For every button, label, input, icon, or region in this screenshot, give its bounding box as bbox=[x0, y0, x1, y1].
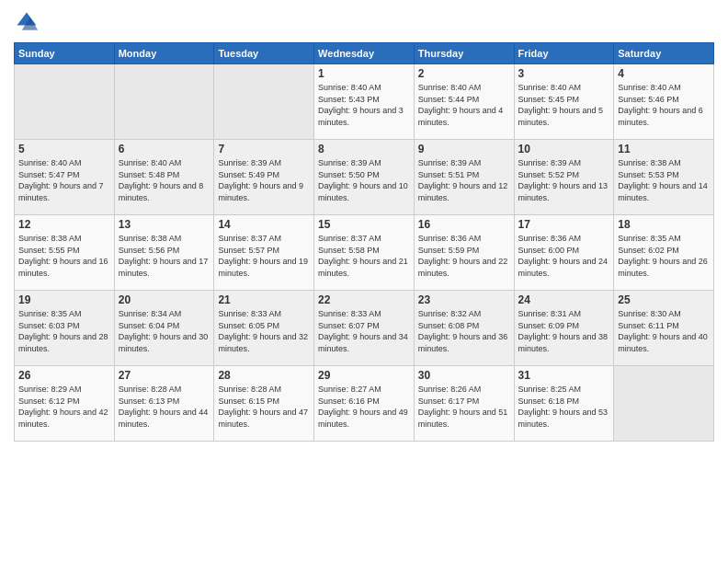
day-info: Sunset: 6:12 PM bbox=[18, 396, 110, 408]
day-info: Sunrise: 8:25 AM bbox=[518, 384, 610, 396]
day-info: Daylight: 9 hours and 17 minutes. bbox=[119, 256, 210, 279]
day-info: Sunset: 5:57 PM bbox=[218, 245, 310, 257]
column-header-thursday: Thursday bbox=[414, 43, 514, 64]
day-info: Sunset: 6:02 PM bbox=[618, 245, 710, 257]
day-info: Sunrise: 8:36 AM bbox=[418, 233, 510, 245]
day-number: 23 bbox=[418, 293, 510, 306]
calendar-body: 1Sunrise: 8:40 AMSunset: 5:43 PMDaylight… bbox=[15, 64, 714, 442]
day-info: Sunset: 6:00 PM bbox=[518, 245, 610, 257]
day-info: Sunset: 5:46 PM bbox=[618, 94, 710, 106]
calendar-cell: 27Sunrise: 8:28 AMSunset: 6:13 PMDayligh… bbox=[114, 366, 214, 442]
column-header-monday: Monday bbox=[114, 43, 214, 64]
column-header-tuesday: Tuesday bbox=[214, 43, 314, 64]
day-info: Daylight: 9 hours and 22 minutes. bbox=[418, 256, 510, 279]
day-number: 26 bbox=[18, 369, 110, 382]
header-row: SundayMondayTuesdayWednesdayThursdayFrid… bbox=[15, 43, 714, 64]
day-info: Sunrise: 8:30 AM bbox=[618, 308, 710, 320]
day-number: 9 bbox=[418, 143, 510, 155]
day-info: Daylight: 9 hours and 7 minutes. bbox=[18, 180, 110, 203]
day-number: 22 bbox=[318, 293, 410, 306]
calendar-cell: 25Sunrise: 8:30 AMSunset: 6:11 PMDayligh… bbox=[614, 291, 714, 366]
day-info: Daylight: 9 hours and 19 minutes. bbox=[218, 256, 310, 279]
day-info: Sunrise: 8:26 AM bbox=[418, 384, 510, 396]
day-number: 11 bbox=[618, 143, 710, 155]
calendar-cell: 20Sunrise: 8:34 AMSunset: 6:04 PMDayligh… bbox=[114, 291, 214, 366]
calendar-cell: 5Sunrise: 8:40 AMSunset: 5:47 PMDaylight… bbox=[15, 140, 115, 215]
day-number: 30 bbox=[418, 369, 510, 382]
day-number: 29 bbox=[318, 369, 410, 382]
calendar-cell: 15Sunrise: 8:37 AMSunset: 5:58 PMDayligh… bbox=[314, 215, 415, 291]
calendar-cell bbox=[114, 64, 214, 140]
day-number: 3 bbox=[518, 67, 610, 80]
calendar-cell: 8Sunrise: 8:39 AMSunset: 5:50 PMDaylight… bbox=[314, 140, 415, 215]
day-info: Sunrise: 8:40 AM bbox=[119, 157, 210, 169]
day-info: Daylight: 9 hours and 3 minutes. bbox=[318, 105, 410, 128]
day-info: Sunset: 6:11 PM bbox=[618, 320, 710, 332]
column-header-saturday: Saturday bbox=[614, 43, 714, 64]
day-info: Sunrise: 8:35 AM bbox=[18, 308, 110, 320]
day-info: Daylight: 9 hours and 32 minutes. bbox=[218, 331, 310, 354]
calendar-cell: 7Sunrise: 8:39 AMSunset: 5:49 PMDaylight… bbox=[214, 140, 314, 215]
calendar-cell: 21Sunrise: 8:33 AMSunset: 6:05 PMDayligh… bbox=[214, 291, 314, 366]
day-info: Daylight: 9 hours and 8 minutes. bbox=[119, 180, 210, 203]
day-info: Sunrise: 8:31 AM bbox=[518, 308, 610, 320]
day-number: 10 bbox=[518, 143, 610, 155]
day-info: Sunset: 6:16 PM bbox=[318, 396, 410, 408]
day-number: 4 bbox=[618, 67, 710, 80]
column-header-friday: Friday bbox=[514, 43, 614, 64]
day-info: Daylight: 9 hours and 49 minutes. bbox=[318, 407, 410, 430]
day-number: 24 bbox=[518, 293, 610, 306]
calendar-cell: 18Sunrise: 8:35 AMSunset: 6:02 PMDayligh… bbox=[614, 215, 714, 291]
logo-icon bbox=[14, 9, 40, 35]
day-number: 28 bbox=[218, 369, 310, 382]
day-info: Sunrise: 8:38 AM bbox=[18, 233, 110, 245]
day-info: Daylight: 9 hours and 53 minutes. bbox=[518, 407, 610, 430]
day-number: 14 bbox=[218, 218, 310, 231]
day-info: Daylight: 9 hours and 13 minutes. bbox=[518, 180, 610, 203]
day-info: Sunset: 5:52 PM bbox=[518, 169, 610, 181]
calendar-cell: 19Sunrise: 8:35 AMSunset: 6:03 PMDayligh… bbox=[15, 291, 115, 366]
day-info: Sunset: 5:56 PM bbox=[119, 245, 210, 257]
day-info: Sunset: 6:03 PM bbox=[18, 320, 110, 332]
day-number: 19 bbox=[18, 293, 110, 306]
day-number: 16 bbox=[418, 218, 510, 231]
day-info: Sunset: 5:50 PM bbox=[318, 169, 410, 181]
day-info: Sunset: 6:13 PM bbox=[119, 396, 210, 408]
day-info: Sunrise: 8:35 AM bbox=[618, 233, 710, 245]
page-header bbox=[14, 9, 714, 35]
calendar-cell: 9Sunrise: 8:39 AMSunset: 5:51 PMDaylight… bbox=[414, 140, 514, 215]
day-number: 2 bbox=[418, 67, 510, 80]
day-info: Sunset: 5:49 PM bbox=[218, 169, 310, 181]
calendar-cell: 14Sunrise: 8:37 AMSunset: 5:57 PMDayligh… bbox=[214, 215, 314, 291]
day-info: Sunset: 6:04 PM bbox=[119, 320, 210, 332]
calendar-cell: 26Sunrise: 8:29 AMSunset: 6:12 PMDayligh… bbox=[15, 366, 115, 442]
day-number: 1 bbox=[318, 67, 410, 80]
calendar-cell: 28Sunrise: 8:28 AMSunset: 6:15 PMDayligh… bbox=[214, 366, 314, 442]
day-info: Daylight: 9 hours and 21 minutes. bbox=[318, 256, 410, 279]
day-info: Sunset: 6:08 PM bbox=[418, 320, 510, 332]
day-info: Sunrise: 8:37 AM bbox=[318, 233, 410, 245]
day-info: Daylight: 9 hours and 12 minutes. bbox=[418, 180, 510, 203]
calendar-week-1: 1Sunrise: 8:40 AMSunset: 5:43 PMDaylight… bbox=[15, 64, 714, 140]
day-info: Daylight: 9 hours and 26 minutes. bbox=[618, 256, 710, 279]
day-info: Sunset: 5:58 PM bbox=[318, 245, 410, 257]
calendar-cell: 22Sunrise: 8:33 AMSunset: 6:07 PMDayligh… bbox=[314, 291, 415, 366]
day-info: Sunrise: 8:37 AM bbox=[218, 233, 310, 245]
calendar-cell: 13Sunrise: 8:38 AMSunset: 5:56 PMDayligh… bbox=[114, 215, 214, 291]
day-info: Sunrise: 8:28 AM bbox=[119, 384, 210, 396]
day-number: 7 bbox=[218, 143, 310, 155]
day-number: 13 bbox=[119, 218, 210, 231]
day-number: 6 bbox=[119, 143, 210, 155]
day-number: 18 bbox=[618, 218, 710, 231]
day-info: Sunset: 6:05 PM bbox=[218, 320, 310, 332]
day-info: Sunset: 6:09 PM bbox=[518, 320, 610, 332]
day-info: Sunrise: 8:33 AM bbox=[318, 308, 410, 320]
day-info: Sunrise: 8:32 AM bbox=[418, 308, 510, 320]
day-info: Daylight: 9 hours and 40 minutes. bbox=[618, 331, 710, 354]
day-info: Daylight: 9 hours and 42 minutes. bbox=[18, 407, 110, 430]
calendar-cell: 6Sunrise: 8:40 AMSunset: 5:48 PMDaylight… bbox=[114, 140, 214, 215]
day-info: Daylight: 9 hours and 10 minutes. bbox=[318, 180, 410, 203]
day-info: Sunrise: 8:40 AM bbox=[518, 82, 610, 94]
day-info: Daylight: 9 hours and 44 minutes. bbox=[119, 407, 210, 430]
calendar-week-5: 26Sunrise: 8:29 AMSunset: 6:12 PMDayligh… bbox=[15, 366, 714, 442]
